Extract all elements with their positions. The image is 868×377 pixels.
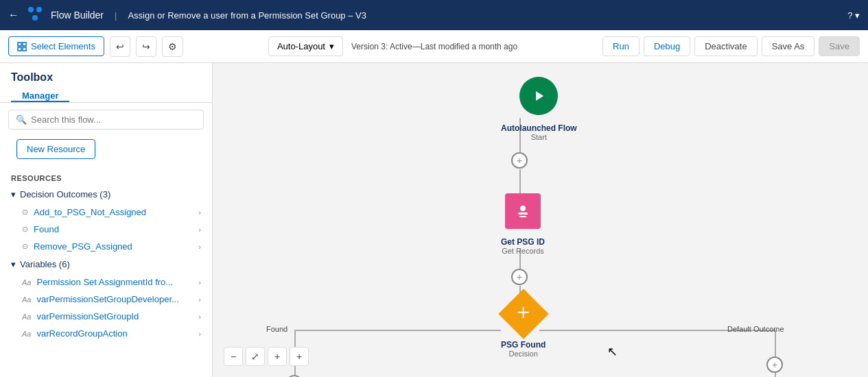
top-nav: ← Flow Builder | Assign or Remove a user… [0, 0, 868, 30]
chevron-right-icon: › [198, 330, 201, 338]
decision-outcome-icon: ⊙ [22, 225, 28, 234]
list-item[interactable]: Aa Permission Set AssignmentId fro... › [0, 273, 212, 291]
svg-rect-4 [23, 42, 26, 46]
flow-title: Assign or Remove a user from a Permissio… [128, 10, 839, 21]
decision-icon [498, 289, 549, 339]
sidebar: Toolbox Manager 🔍 New Resource RESOURCES… [0, 63, 213, 377]
new-resource-button[interactable]: New Resource [16, 139, 95, 159]
toolbar: Select Elements ↩ ↪ ⚙ Auto-Layout ▾ Vers… [0, 30, 868, 63]
psg-found-node[interactable]: PSG Found Decision [501, 296, 546, 358]
variable-icon: Aa [22, 330, 31, 338]
item-label: varRecordGroupAction [36, 328, 193, 339]
cursor-pointer: ↖ [607, 344, 618, 359]
svg-rect-6 [23, 47, 26, 51]
decision-outcome-icon: ⊙ [22, 242, 28, 251]
decision-group-header[interactable]: ▾ Decision Outcomes (3) [0, 185, 212, 204]
list-item[interactable]: ⊙ Add_to_PSG_Not_Assigned › [0, 204, 212, 221]
flow-canvas[interactable]: Autolaunched Flow Start + Get PSG ID Get… [213, 63, 868, 377]
get-psg-icon [505, 193, 541, 229]
save-as-button[interactable]: Save As [762, 36, 815, 56]
auto-layout-button[interactable]: Auto-Layout ▾ [268, 36, 343, 56]
item-label: Add_to_PSG_Not_Assigned [34, 207, 193, 217]
decision-outcome-icon: ⊙ [22, 208, 28, 217]
variables-group-header[interactable]: ▾ Variables (6) [0, 255, 212, 273]
list-item[interactable]: ⊙ Remove_PSG_Assigned › [0, 238, 212, 255]
item-label: Permission Set AssignmentId fro... [36, 277, 193, 287]
get-psg-node[interactable]: Get PSG ID Get Records [501, 193, 545, 255]
undo-button[interactable]: ↩ [110, 36, 130, 57]
item-label: Remove_PSG_Assigned [34, 241, 193, 252]
zoom-controls: − ⤢ + + [224, 347, 309, 366]
chevron-right-icon: › [198, 295, 201, 304]
back-button[interactable]: ← [8, 9, 19, 21]
full-screen-button[interactable]: + [290, 347, 309, 366]
chevron-right-icon: › [198, 243, 201, 251]
manager-tab[interactable]: Manager [11, 84, 69, 102]
variable-icon: Aa [22, 295, 31, 304]
list-item[interactable]: Aa varPermissionSetGroupDeveloper... › [0, 291, 212, 308]
resource-group-decision: ▾ Decision Outcomes (3) ⊙ Add_to_PSG_Not… [0, 185, 212, 255]
version-status: Version 3: Active—Last modified a month … [351, 42, 517, 51]
chevron-down-icon: ▾ [11, 259, 16, 269]
run-button[interactable]: Run [602, 36, 640, 56]
toolbox-title: Toolbox [0, 63, 212, 84]
found-edge-label: Found [266, 325, 288, 333]
search-input[interactable] [31, 114, 196, 125]
start-sublabel: Start [501, 133, 577, 141]
decision-sublabel: Decision [501, 350, 546, 358]
toolbar-right: Run Debug Deactivate Save As Save [602, 36, 860, 56]
toolbar-center: Auto-Layout ▾ Version 3: Active—Last mod… [189, 36, 597, 56]
add-connector-2[interactable]: + [511, 269, 528, 285]
variable-icon: Aa [22, 278, 31, 287]
save-button[interactable]: Save [819, 36, 860, 56]
svg-rect-16 [518, 212, 528, 215]
app-logo [27, 6, 43, 25]
svg-point-1 [36, 7, 42, 12]
debug-button[interactable]: Debug [644, 36, 690, 56]
main-layout: Toolbox Manager 🔍 New Resource RESOURCES… [0, 63, 868, 377]
list-item[interactable]: Aa varRecordGroupAction › [0, 325, 212, 342]
get-psg-sublabel: Get Records [501, 247, 545, 255]
variable-icon: Aa [22, 313, 31, 321]
search-container: 🔍 [8, 110, 204, 130]
svg-point-15 [520, 206, 526, 211]
chevron-right-icon: › [198, 278, 201, 287]
variables-group-label: Variables (6) [20, 259, 70, 269]
chevron-right-icon: › [198, 208, 201, 217]
item-label: varPermissionSetGroupDeveloper... [36, 294, 193, 304]
get-psg-label: Get PSG ID [501, 237, 545, 247]
item-label: varPermissionSetGroupId [36, 311, 193, 321]
default-outcome-label: Default Outcome [727, 325, 784, 333]
svg-point-0 [28, 7, 34, 12]
svg-rect-17 [519, 216, 526, 217]
toolbar-left: Select Elements ↩ ↪ ⚙ [8, 36, 183, 57]
chevron-right-icon: › [198, 313, 201, 321]
deactivate-button[interactable]: Deactivate [694, 36, 757, 56]
chevron-down-icon: ▾ [11, 189, 16, 199]
svg-marker-14 [536, 91, 543, 101]
select-elements-button[interactable]: Select Elements [8, 36, 104, 56]
start-label: Autolaunched Flow [501, 123, 577, 133]
sidebar-content: ▾ Decision Outcomes (3) ⊙ Add_to_PSG_Not… [0, 185, 212, 377]
resources-label: RESOURCES [0, 171, 212, 185]
fit-view-button[interactable]: ⤢ [246, 347, 265, 366]
select-icon [17, 42, 27, 51]
redo-button[interactable]: ↪ [136, 36, 156, 57]
app-name: Flow Builder [51, 10, 104, 21]
start-node[interactable]: Autolaunched Flow Start [501, 77, 577, 141]
decision-label: PSG Found [501, 340, 546, 350]
zoom-in-button[interactable]: + [268, 347, 287, 366]
list-item[interactable]: ⊙ Found › [0, 221, 212, 238]
add-connector-default[interactable]: + [766, 356, 783, 373]
svg-rect-5 [18, 47, 21, 51]
start-node-icon [519, 77, 558, 115]
decision-group-label: Decision Outcomes (3) [20, 189, 110, 199]
help-button[interactable]: ? ▾ [847, 10, 860, 21]
svg-rect-3 [18, 42, 21, 46]
item-label: Found [34, 224, 193, 234]
settings-button[interactable]: ⚙ [162, 36, 183, 57]
add-connector-1[interactable]: + [511, 152, 528, 169]
chevron-right-icon: › [198, 226, 201, 234]
zoom-out-button[interactable]: − [224, 347, 243, 366]
list-item[interactable]: Aa varPermissionSetGroupId › [0, 308, 212, 325]
